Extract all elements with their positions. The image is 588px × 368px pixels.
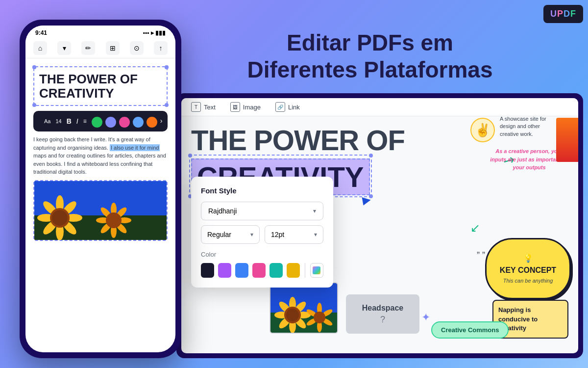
logo-d: D	[564, 9, 570, 19]
home-icon[interactable]: ⌂	[33, 41, 47, 55]
phone-formatting-bar[interactable]: Aa 14 B I ≡ ›	[33, 111, 168, 131]
corner-dot-br	[165, 103, 169, 107]
star-icon: ✦	[421, 311, 430, 324]
tablet-sunflower-image	[270, 282, 338, 334]
svg-point-11	[52, 210, 68, 226]
pink-dot[interactable]	[119, 117, 130, 128]
header-title: Editar PDFs em Diferentes Plataformas	[211, 29, 529, 83]
tablet-screen: T Text 🖼 Image 🔗 Link THE POWER OF	[181, 98, 578, 353]
showcase-text: A showcase site for design and other cre…	[500, 115, 554, 138]
swatch-blue[interactable]	[235, 263, 248, 278]
indigo-dot[interactable]	[105, 117, 116, 128]
more-arrow[interactable]: ›	[160, 117, 163, 128]
share-icon[interactable]: ↑	[154, 41, 168, 55]
key-concept-cloud: 💡 KEY CONCEPT This can be anything	[485, 238, 571, 299]
bold-button[interactable]: B	[67, 117, 72, 125]
phone-sunflower-image	[34, 181, 167, 240]
italic-button[interactable]: I	[76, 117, 78, 125]
photo-thumb	[556, 118, 578, 162]
group-icon[interactable]: ⊙	[130, 41, 144, 55]
peace-sign: ✌️	[470, 118, 495, 142]
blue-dot[interactable]	[133, 117, 144, 128]
logo-p: P	[557, 9, 564, 19]
align-button[interactable]: ≡	[83, 118, 87, 125]
corner-dot-tr	[165, 65, 169, 69]
dropdown-chevron: ▾	[313, 208, 316, 214]
link-icon: 🔗	[275, 102, 285, 112]
phone-screen: 9:41 ▪▪▪ ▸ ▮▮▮ ⌂ ▾ ✏ ⊞ ⊙ ↑ THE POWER OF …	[25, 26, 175, 352]
swatch-teal[interactable]	[270, 263, 283, 278]
tablet-toolbar[interactable]: T Text 🖼 Image 🔗 Link	[181, 98, 578, 116]
headspace-card: Headspace ?	[346, 294, 419, 334]
color-swatches	[201, 263, 323, 278]
color-section: Color	[201, 251, 323, 278]
updf-logo: UPDF	[543, 5, 583, 23]
phone-status-bar: 9:41 ▪▪▪ ▸ ▮▮▮	[25, 26, 175, 38]
font-size: 14	[55, 118, 61, 124]
divider	[305, 263, 305, 278]
svg-point-20	[106, 212, 122, 228]
svg-rect-22	[270, 283, 338, 313]
swatch-pink[interactable]	[252, 263, 266, 278]
phone-signal: ▪▪▪ ▸ ▮▮▮	[143, 29, 166, 36]
phone-title-box: THE POWER OF CREATIVITY	[33, 66, 168, 106]
bulb-icon: 💡	[523, 254, 533, 263]
color-label: Color	[201, 251, 323, 258]
swatch-black[interactable]	[201, 263, 214, 278]
logo-u: U	[550, 9, 557, 19]
popup-row-style-size: Regular ▾ 12pt ▾	[201, 225, 323, 244]
phone-image-box	[33, 180, 168, 241]
sel-dot-tl	[188, 154, 192, 158]
text-icon: T	[191, 102, 201, 112]
svg-rect-21	[313, 266, 320, 274]
size-chevron: ▾	[314, 231, 317, 238]
font-style-popup: Font Style Rajdhanji ▾ Regular ▾ 12pt ▾ …	[191, 177, 333, 288]
pen-icon[interactable]: ✏	[81, 41, 95, 55]
creative-commons-badge: Creative Commons	[431, 321, 509, 339]
font-family-dropdown[interactable]: Rajdhanji ▾	[201, 202, 323, 220]
arrow-deco-left: ↗	[470, 222, 480, 236]
font-weight-dropdown[interactable]: Regular ▾	[201, 225, 260, 244]
key-concept-sub: This can be anything	[503, 278, 553, 284]
phone-toolbar[interactable]: ⌂ ▾ ✏ ⊞ ⊙ ↑	[25, 38, 175, 58]
phone-paragraph: I keep going back there I write. It's a …	[33, 135, 168, 176]
image-tool[interactable]: 🖼 Image	[230, 102, 261, 112]
green-dot[interactable]	[92, 117, 102, 128]
orange-dot[interactable]	[147, 117, 157, 128]
phone-content: THE POWER OF CREATIVITY Aa 14 B I ≡ ›	[25, 58, 175, 249]
phone-mockup: 9:41 ▪▪▪ ▸ ▮▮▮ ⌂ ▾ ✏ ⊞ ⊙ ↑ THE POWER OF …	[20, 20, 181, 358]
phone-time: 9:41	[35, 29, 47, 36]
more-colors-button[interactable]	[310, 263, 323, 278]
image-tool-icon: 🖼	[230, 102, 240, 112]
header-section: Editar PDFs em Diferentes Plataformas	[211, 29, 529, 83]
corner-dot-bl	[32, 103, 36, 107]
phone-title: THE POWER OF CREATIVITY	[39, 72, 162, 100]
tablet-mockup: T Text 🖼 Image 🔗 Link THE POWER OF	[176, 93, 583, 358]
weight-chevron: ▾	[250, 231, 253, 238]
highlight-text: I also use it for mind	[110, 144, 160, 151]
headspace-label: Headspace	[362, 304, 404, 313]
link-tool[interactable]: 🔗 Link	[275, 102, 300, 112]
svg-point-40	[314, 312, 325, 323]
color-row: ›	[92, 117, 163, 128]
popup-title: Font Style	[201, 186, 323, 195]
font-aa: Aa	[44, 118, 50, 124]
logo-f: F	[570, 9, 576, 19]
svg-point-33	[286, 309, 299, 321]
quote-marks: „ „	[477, 245, 485, 255]
image-icon[interactable]: ⊞	[106, 41, 120, 55]
font-size-dropdown[interactable]: 12pt ▾	[265, 225, 323, 244]
swatch-purple[interactable]	[218, 263, 231, 278]
swatch-yellow[interactable]	[287, 263, 300, 278]
corner-dot-tl	[32, 65, 36, 69]
dropdown-icon[interactable]: ▾	[57, 41, 71, 55]
key-concept-title: KEY CONCEPT	[500, 266, 556, 275]
text-tool[interactable]: T Text	[191, 102, 216, 112]
headspace-question: ?	[380, 315, 385, 325]
